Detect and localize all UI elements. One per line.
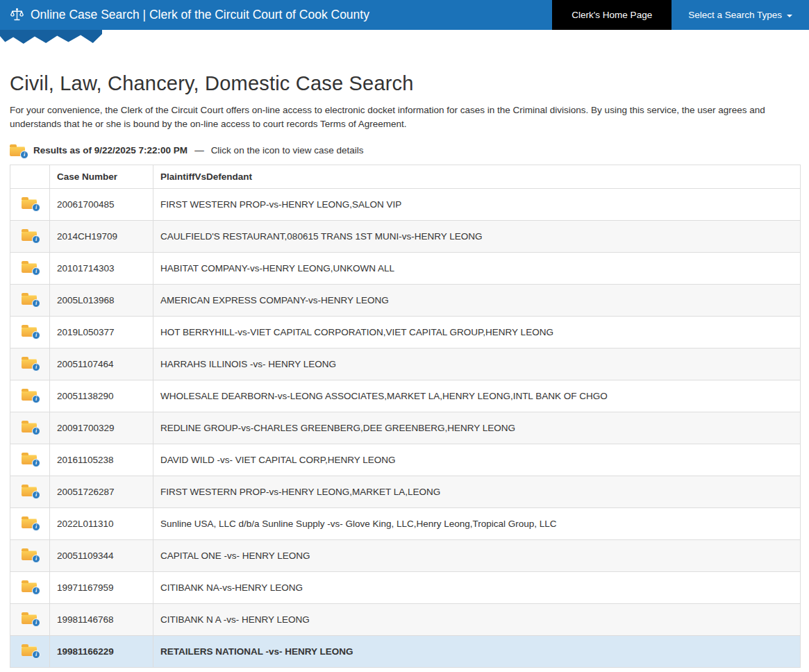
case-table-body: i20061700485FIRST WESTERN PROP-vs-HENRY … <box>10 188 801 667</box>
case-details-cell: i <box>10 316 50 348</box>
results-separator: — <box>194 145 204 156</box>
case-details-folder-icon[interactable]: i <box>22 228 39 242</box>
navbar-artifact <box>0 30 102 44</box>
info-badge-icon: i <box>32 267 40 276</box>
case-details-folder-icon[interactable]: i <box>22 484 39 497</box>
case-table: Case Number PlaintiffVsDefendant i200617… <box>10 165 801 668</box>
case-details-folder-icon[interactable]: i <box>22 548 39 561</box>
nav-link-clerks-home[interactable]: Clerk's Home Page <box>552 0 672 30</box>
case-details-folder-icon[interactable]: i <box>22 260 39 274</box>
table-row: i19971167959CITIBANK NA-vs-HENRY LEONG <box>10 571 801 603</box>
info-badge-icon: i <box>32 363 40 371</box>
page-title: Civil, Law, Chancery, Domestic Case Sear… <box>10 72 801 95</box>
table-row: i2019L050377HOT BERRYHILL-vs-VIET CAPITA… <box>10 316 801 348</box>
case-number-cell: 20051109344 <box>50 539 153 571</box>
case-details-folder-icon[interactable]: i <box>22 612 39 625</box>
case-details-cell: i <box>10 284 50 316</box>
parties-cell: CAULFIELD'S RESTAURANT,080615 TRANS 1ST … <box>153 220 801 252</box>
case-number-cell: 2014CH19709 <box>50 220 153 252</box>
info-badge-icon: i <box>32 523 40 531</box>
info-badge-icon: i <box>32 459 40 467</box>
table-row: i20161105238DAVID WILD -vs- VIET CAPITAL… <box>10 444 801 476</box>
header-row: Case Number PlaintiffVsDefendant <box>10 165 801 188</box>
header-icon-column <box>10 165 50 188</box>
table-row: i20051109344CAPITAL ONE -vs- HENRY LEONG <box>10 539 801 571</box>
case-number-cell: 2019L050377 <box>50 316 153 348</box>
case-details-cell: i <box>10 603 50 635</box>
case-details-folder-icon[interactable]: i <box>22 644 39 657</box>
case-details-folder-icon[interactable]: i <box>22 420 39 433</box>
nav-dropdown-search-types-label: Select a Search Types <box>688 10 782 20</box>
case-details-cell: i <box>10 188 50 220</box>
main-content: Civil, Law, Chancery, Domestic Case Sear… <box>0 72 809 672</box>
info-badge-icon: i <box>32 619 40 627</box>
case-number-cell: 19981146768 <box>50 603 153 635</box>
results-timestamp: Results as of 9/22/2025 7:22:00 PM <box>33 145 187 156</box>
case-details-folder-icon[interactable]: i <box>22 292 39 305</box>
case-details-folder-icon[interactable]: i <box>22 516 39 529</box>
case-details-cell: i <box>10 571 50 603</box>
case-details-cell: i <box>10 348 50 380</box>
case-details-folder-icon[interactable]: i <box>22 356 39 369</box>
case-details-folder-icon[interactable]: i <box>22 196 39 210</box>
info-badge-icon: i <box>32 203 40 212</box>
table-row: i19981146768CITIBANK N A -vs- HENRY LEON… <box>10 603 801 635</box>
parties-cell: HABITAT COMPANY-vs-HENRY LEONG,UNKOWN AL… <box>153 252 801 284</box>
case-number-cell: 19971167959 <box>50 571 153 603</box>
nav-dropdown-search-types[interactable]: Select a Search Types <box>672 0 809 30</box>
parties-cell: DAVID WILD -vs- VIET CAPITAL CORP,HENRY … <box>153 444 801 476</box>
case-number-cell: 2005L013968 <box>50 284 153 316</box>
case-details-cell: i <box>10 444 50 476</box>
parties-cell: CAPITAL ONE -vs- HENRY LEONG <box>153 539 801 571</box>
table-row: i2014CH19709CAULFIELD'S RESTAURANT,08061… <box>10 220 801 252</box>
navbar-brand-label: Online Case Search | Clerk of the Circui… <box>31 8 369 22</box>
info-badge-icon: i <box>32 395 40 403</box>
navbar: Online Case Search | Clerk of the Circui… <box>0 0 809 30</box>
case-details-cell: i <box>10 380 50 412</box>
case-details-cell: i <box>10 507 50 539</box>
table-row: i2005L013968AMERICAN EXPRESS COMPANY-vs-… <box>10 284 801 316</box>
info-badge-icon: i <box>32 555 40 563</box>
case-number-cell: 20051726287 <box>50 476 153 507</box>
parties-cell: HARRAHS ILLINOIS -vs- HENRY LEONG <box>153 348 801 380</box>
table-row: i20091700329REDLINE GROUP-vs-CHARLES GRE… <box>10 412 801 444</box>
case-table-head: Case Number PlaintiffVsDefendant <box>10 165 801 188</box>
table-row: i2022L011310Sunline USA, LLC d/b/a Sunli… <box>10 507 801 539</box>
parties-cell: Sunline USA, LLC d/b/a Sunline Supply -v… <box>153 507 801 539</box>
info-badge-icon: i <box>32 491 40 499</box>
chevron-down-icon <box>787 15 792 17</box>
intro-text: For your convenience, the Clerk of the C… <box>10 103 801 131</box>
header-case-number: Case Number <box>50 165 153 188</box>
parties-cell: FIRST WESTERN PROP-vs-HENRY LEONG,SALON … <box>153 188 801 220</box>
case-details-folder-icon[interactable]: i <box>22 452 39 465</box>
parties-cell: CITIBANK NA-vs-HENRY LEONG <box>153 571 801 603</box>
results-line: i Results as of 9/22/2025 7:22:00 PM — C… <box>10 144 801 157</box>
navbar-brand[interactable]: Online Case Search | Clerk of the Circui… <box>0 0 369 30</box>
parties-cell: AMERICAN EXPRESS COMPANY-vs-HENRY LEONG <box>153 284 801 316</box>
navbar-links: Clerk's Home Page Select a Search Types <box>552 0 809 30</box>
case-details-cell: i <box>10 412 50 444</box>
table-row: i19981166229RETAILERS NATIONAL -vs- HENR… <box>10 635 801 667</box>
info-badge-icon: i <box>32 331 40 339</box>
case-number-cell: 20091700329 <box>50 412 153 444</box>
parties-cell: CITIBANK N A -vs- HENRY LEONG <box>153 603 801 635</box>
case-details-cell: i <box>10 635 50 667</box>
table-row: i20051726287FIRST WESTERN PROP-vs-HENRY … <box>10 476 801 507</box>
case-number-cell: 20051107464 <box>50 348 153 380</box>
info-badge-icon: i <box>32 235 40 244</box>
table-row: i20101714303HABITAT COMPANY-vs-HENRY LEO… <box>10 252 801 284</box>
results-folder-icon: i <box>10 144 27 157</box>
nav-link-clerks-home-label: Clerk's Home Page <box>572 10 652 20</box>
parties-cell: WHOLESALE DEARBORN-vs-LEONG ASSOCIATES,M… <box>153 380 801 412</box>
case-details-cell: i <box>10 476 50 507</box>
case-details-cell: i <box>10 252 50 284</box>
info-badge-icon: i <box>32 650 40 659</box>
case-details-folder-icon[interactable]: i <box>22 324 39 337</box>
info-badge-icon: i <box>32 299 40 308</box>
header-plaintiff-vs-defendant: PlaintiffVsDefendant <box>153 165 801 188</box>
info-badge-icon: i <box>32 427 40 435</box>
case-number-cell: 20101714303 <box>50 252 153 284</box>
results-hint: Click on the icon to view case details <box>211 145 364 156</box>
case-details-folder-icon[interactable]: i <box>22 580 39 593</box>
case-details-folder-icon[interactable]: i <box>22 388 39 401</box>
